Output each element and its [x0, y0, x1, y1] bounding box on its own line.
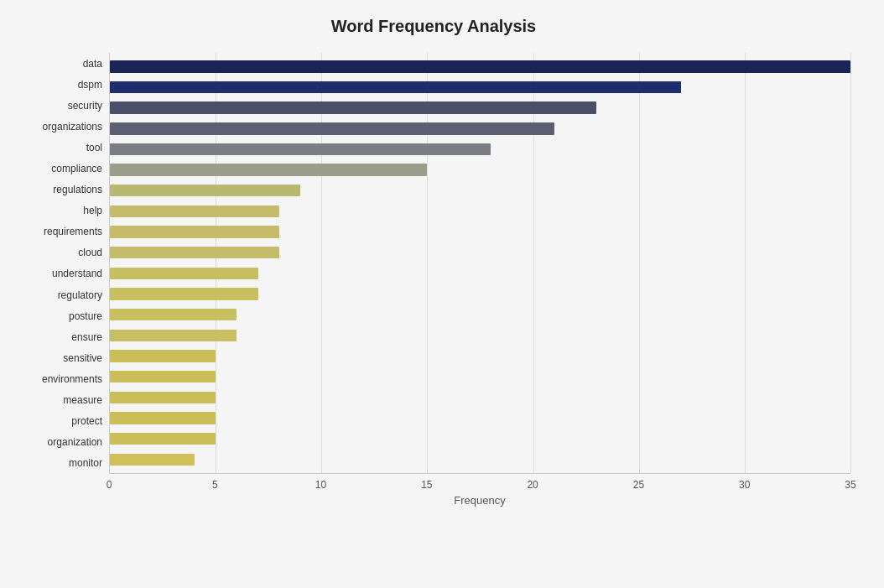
y-label: understand	[17, 268, 102, 278]
chart-area: datadspmsecurityorganizationstoolcomplia…	[17, 53, 850, 507]
y-label: organization	[17, 437, 102, 447]
y-label: monitor	[17, 458, 102, 468]
bar	[110, 226, 279, 237]
bar-row	[110, 346, 850, 367]
bar	[110, 330, 237, 341]
bar	[110, 247, 279, 258]
y-label: data	[17, 59, 102, 69]
bar-row	[110, 242, 850, 263]
bar-row	[110, 221, 850, 242]
x-tick-label: 15	[419, 479, 435, 491]
bar	[110, 122, 554, 134]
y-label: tool	[17, 143, 102, 153]
bar	[110, 412, 216, 424]
bars-rows	[110, 53, 850, 473]
y-label: environments	[17, 374, 102, 384]
y-labels: datadspmsecurityorganizationstoolcomplia…	[17, 53, 109, 474]
y-label: help	[17, 206, 102, 216]
bar	[110, 185, 300, 196]
grid-line	[850, 53, 851, 473]
bar	[110, 371, 216, 382]
y-label: cloud	[17, 247, 102, 258]
x-tick-label: 10	[313, 479, 330, 491]
bar	[110, 206, 279, 217]
y-label: requirements	[17, 226, 102, 237]
bar-row	[110, 367, 850, 388]
bar-row	[110, 325, 850, 346]
bar-row	[110, 201, 850, 222]
bar-row	[110, 284, 850, 304]
y-label: compliance	[17, 164, 102, 174]
y-label: ensure	[17, 332, 102, 342]
y-label: posture	[17, 311, 102, 321]
y-label: sensitive	[17, 353, 102, 363]
bar	[110, 350, 216, 362]
bar-row	[110, 97, 850, 118]
chart-title: Word Frequency Analysis	[17, 17, 850, 36]
x-tick-label: 20	[524, 479, 541, 491]
bar-row	[110, 139, 850, 160]
bar	[110, 164, 427, 175]
y-label: measure	[17, 395, 102, 405]
bar	[110, 309, 237, 320]
bar-row	[110, 429, 850, 450]
bar-row	[110, 77, 850, 98]
bar-row	[110, 304, 850, 325]
y-label: security	[17, 101, 102, 111]
bar	[110, 101, 596, 113]
x-tick-label: 35	[842, 479, 859, 491]
x-tick-label: 25	[630, 479, 647, 491]
bar-row	[110, 408, 850, 429]
bar	[110, 268, 258, 279]
bar-row	[110, 56, 850, 77]
y-label: protect	[17, 416, 102, 426]
bar	[110, 60, 850, 72]
bar-row	[110, 118, 850, 139]
x-tick-label: 0	[101, 479, 117, 491]
x-axis-labels: 05101520253035	[109, 474, 850, 491]
bars-and-grid	[109, 53, 850, 474]
bar-row	[110, 180, 850, 201]
chart-container: Word Frequency Analysis datadspmsecurity…	[0, 0, 884, 588]
bar	[110, 288, 258, 299]
bar-row	[110, 263, 850, 284]
y-label: regulations	[17, 185, 102, 195]
bar	[110, 143, 491, 155]
bar-row	[110, 388, 850, 408]
x-tick-label: 5	[206, 479, 223, 491]
x-tick-label: 30	[736, 479, 753, 491]
bars-section: datadspmsecurityorganizationstoolcomplia…	[17, 53, 850, 474]
y-label: organizations	[17, 122, 102, 132]
y-label: regulatory	[17, 290, 102, 300]
bar	[110, 454, 195, 466]
y-label: dspm	[17, 80, 102, 90]
bar	[110, 392, 216, 403]
bar-row	[110, 159, 850, 180]
bar-row	[110, 449, 850, 470]
bar	[110, 81, 681, 93]
bar	[110, 433, 216, 445]
x-axis-title: Frequency	[109, 494, 850, 507]
